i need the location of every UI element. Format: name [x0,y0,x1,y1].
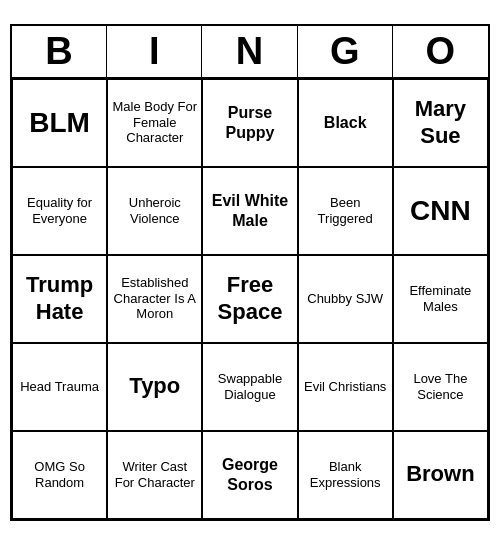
bingo-cell-16: Typo [107,343,202,431]
bingo-cell-18: Evil Christians [298,343,393,431]
bingo-header: BINGO [12,26,488,79]
bingo-cell-14: Effeminate Males [393,255,488,343]
bingo-cell-10: Trump Hate [12,255,107,343]
bingo-cell-3: Black [298,79,393,167]
bingo-cell-4: Mary Sue [393,79,488,167]
bingo-grid: BLMMale Body For Female CharacterPurse P… [12,79,488,519]
bingo-letter-o: O [393,26,488,77]
bingo-cell-19: Love The Science [393,343,488,431]
bingo-letter-i: I [107,26,202,77]
bingo-cell-22: George Soros [202,431,297,519]
bingo-cell-12: Free Space [202,255,297,343]
bingo-cell-24: Brown [393,431,488,519]
bingo-cell-9: CNN [393,167,488,255]
bingo-cell-20: OMG So Random [12,431,107,519]
bingo-cell-6: Unheroic Violence [107,167,202,255]
bingo-cell-21: Writer Cast For Character [107,431,202,519]
bingo-cell-17: Swappable Dialogue [202,343,297,431]
bingo-cell-13: Chubby SJW [298,255,393,343]
bingo-card: BINGO BLMMale Body For Female CharacterP… [10,24,490,521]
bingo-letter-g: G [298,26,393,77]
bingo-letter-b: B [12,26,107,77]
bingo-cell-5: Equality for Everyone [12,167,107,255]
bingo-cell-8: Been Triggered [298,167,393,255]
bingo-cell-15: Head Trauma [12,343,107,431]
bingo-letter-n: N [202,26,297,77]
bingo-cell-0: BLM [12,79,107,167]
bingo-cell-11: Established Character Is A Moron [107,255,202,343]
bingo-cell-2: Purse Puppy [202,79,297,167]
bingo-cell-7: Evil White Male [202,167,297,255]
bingo-cell-23: Blank Expressions [298,431,393,519]
bingo-cell-1: Male Body For Female Character [107,79,202,167]
